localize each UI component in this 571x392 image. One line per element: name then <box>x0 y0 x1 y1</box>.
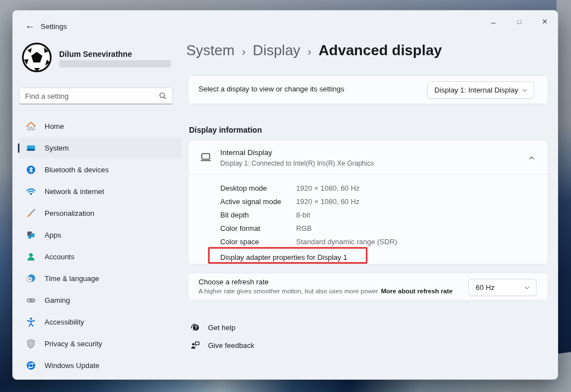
back-arrow-icon: ← <box>26 20 35 31</box>
property-row: Desktop mode 1920 × 1080, 60 Hz <box>220 181 397 195</box>
wallpaper-ribbon <box>0 167 13 385</box>
account-email-redacted <box>59 60 171 67</box>
display-select-dropdown[interactable]: Display 1: Internal Display <box>427 81 534 99</box>
sidebar-item-network-internet[interactable]: Network & internet <box>18 181 182 202</box>
laptop-display-icon <box>199 151 212 166</box>
chevron-down-icon <box>524 284 530 291</box>
system-icon <box>25 143 36 154</box>
property-row: Color format RGB <box>220 221 397 235</box>
get-help-link[interactable]: Get help <box>190 322 235 333</box>
property-value: Standard dynamic range (SDR) <box>296 238 397 246</box>
person-icon <box>25 251 36 263</box>
help-chat-icon <box>190 322 201 333</box>
breadcrumb-separator: › <box>308 45 312 58</box>
property-label: Active signal mode <box>220 197 296 206</box>
search-box <box>19 88 173 104</box>
sidebar-item-label: Windows Update <box>45 361 99 370</box>
display-information-heading: Display information <box>189 125 262 134</box>
sidebar-item-time-language[interactable]: Time & language <box>18 268 182 289</box>
close-icon: × <box>542 16 548 27</box>
close-button[interactable]: × <box>532 11 558 33</box>
sidebar-item-label: Apps <box>45 231 61 239</box>
wifi-icon <box>25 186 36 197</box>
sidebar-item-label: Accessibility <box>45 318 84 326</box>
display-adapter-properties-link[interactable]: Display adapter properties for Display 1 <box>220 250 347 264</box>
feedback-person-icon <box>190 340 201 351</box>
breadcrumb: System › Display › Advanced display <box>186 42 442 59</box>
property-label: Color format <box>220 224 296 233</box>
breadcrumb-separator: › <box>242 45 246 58</box>
refresh-rate-subtitle: A higher rate gives smoother motion, but… <box>199 288 453 294</box>
update-arrows-icon <box>25 360 36 371</box>
accessibility-person-icon <box>25 317 36 328</box>
display-select-value: Display 1: Internal Display <box>434 86 518 94</box>
give-feedback-label: Give feedback <box>208 341 254 350</box>
property-label: Desktop mode <box>220 184 296 192</box>
gamepad-icon <box>25 295 36 306</box>
property-label: Bit depth <box>220 211 296 219</box>
device-title: Internal Display <box>220 148 272 157</box>
minimize-button[interactable]: – <box>481 11 506 33</box>
brush-icon <box>25 208 36 219</box>
chevron-up-icon[interactable] <box>528 154 535 164</box>
refresh-rate-value: 60 Hz <box>476 283 495 292</box>
sidebar-item-bluetooth-devices[interactable]: Bluetooth & devices <box>18 159 182 180</box>
give-feedback-link[interactable]: Give feedback <box>190 340 254 351</box>
breadcrumb-system[interactable]: System <box>186 42 235 59</box>
sidebar-item-label: Accounts <box>45 253 74 261</box>
internal-display-expander[interactable]: Internal Display Display 1: Connected to… <box>188 141 548 174</box>
account-name: Dilum Senevirathne <box>59 50 132 59</box>
window-title: Settings <box>41 22 67 31</box>
bluetooth-icon <box>25 164 36 176</box>
property-value: 8-bit <box>296 211 310 219</box>
clock-globe-icon <box>25 273 36 284</box>
settings-window: ← Settings – □ × Dilum Senevirathne <box>12 10 558 380</box>
select-display-card: Select a display to view or change its s… <box>188 75 548 104</box>
property-value: RGB <box>296 224 312 233</box>
sidebar-item-label: Gaming <box>45 296 70 304</box>
wallpaper-ribbon <box>557 0 571 201</box>
soccer-ball-icon <box>22 42 52 72</box>
maximize-button[interactable]: □ <box>506 11 532 33</box>
search-icon <box>159 92 167 100</box>
sidebar-item-privacy-security[interactable]: Privacy & security <box>18 333 182 354</box>
back-button[interactable]: ← <box>21 17 40 34</box>
refresh-rate-card: Choose a refresh rate A higher rate give… <box>188 273 548 301</box>
sidebar-item-accounts[interactable]: Accounts <box>18 246 182 267</box>
select-display-label: Select a display to view or change its s… <box>199 85 345 93</box>
chevron-down-icon <box>521 87 528 94</box>
apps-icon <box>25 230 36 241</box>
breadcrumb-display[interactable]: Display <box>253 42 300 59</box>
property-row: Color space Standard dynamic range (SDR) <box>220 235 397 248</box>
divider <box>188 174 548 175</box>
sidebar-item-apps[interactable]: Apps <box>18 225 182 245</box>
refresh-rate-dropdown[interactable]: 60 Hz <box>468 279 536 296</box>
sidebar: Home System Bluetooth & devices Network … <box>18 116 182 376</box>
minimize-icon: – <box>491 17 496 27</box>
selected-indicator <box>18 143 20 153</box>
sidebar-item-windows-update[interactable]: Windows Update <box>18 355 182 376</box>
property-row: Bit depth 8-bit <box>220 208 397 221</box>
sidebar-item-gaming[interactable]: Gaming <box>18 290 182 311</box>
property-label: Color space <box>220 238 296 246</box>
display-properties: Desktop mode 1920 × 1080, 60 Hz Active s… <box>220 181 397 248</box>
sidebar-item-personalization[interactable]: Personalization <box>18 203 182 224</box>
window-controls: – □ × <box>481 11 558 33</box>
avatar <box>22 42 52 72</box>
sidebar-item-label: System <box>45 144 69 152</box>
search-input[interactable] <box>20 92 159 100</box>
page-title: Advanced display <box>318 42 442 59</box>
sidebar-item-home[interactable]: Home <box>18 116 182 137</box>
display-information-card: Internal Display Display 1: Connected to… <box>188 140 548 264</box>
sidebar-item-label: Home <box>45 122 64 130</box>
sidebar-item-system[interactable]: System <box>18 138 182 158</box>
property-value: 1920 × 1080, 60 Hz <box>296 184 360 192</box>
sidebar-item-label: Bluetooth & devices <box>45 166 109 174</box>
more-about-refresh-rate-link[interactable]: More about refresh rate <box>381 288 452 294</box>
sidebar-item-label: Personalization <box>45 209 94 217</box>
shield-icon <box>25 338 36 350</box>
device-subtitle: Display 1: Connected to Intel(R) Iris(R)… <box>220 159 374 167</box>
refresh-rate-title: Choose a refresh rate <box>199 278 269 286</box>
home-icon <box>25 121 36 132</box>
sidebar-item-accessibility[interactable]: Accessibility <box>18 312 182 332</box>
